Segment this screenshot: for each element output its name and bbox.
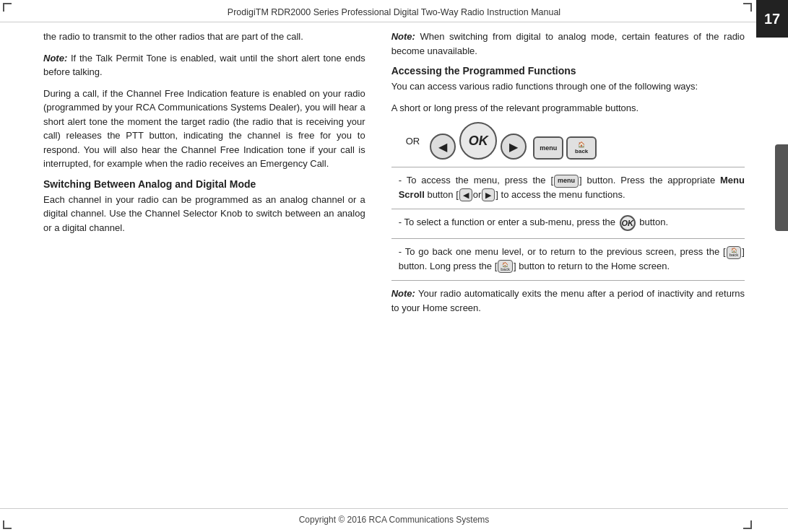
- corner-mark-bl: [3, 520, 12, 529]
- right-para4: You can access various radio functions t…: [391, 79, 745, 94]
- corner-mark-br: [743, 520, 752, 529]
- content-area: the radio to transmit to the other radio…: [0, 22, 788, 508]
- page-container: ProdigiTM RDR2000 Series Professional Di…: [0, 0, 788, 532]
- left-note1-text: If the Talk Permit Tone is enabled, wait…: [43, 53, 365, 78]
- right-tab: [775, 144, 788, 231]
- menu-inline-btn: menu: [554, 175, 579, 188]
- or-label: OR: [406, 136, 420, 147]
- ok-btn[interactable]: OK: [459, 122, 497, 160]
- header: ProdigiTM RDR2000 Series Professional Di…: [0, 0, 788, 22]
- left-para2-text: During a call, if the Channel Free Indic…: [43, 88, 365, 170]
- bullet2: - To select a function or enter a sub-me…: [399, 215, 745, 231]
- footer-text: Copyright © 2016 RCA Communications Syst…: [299, 515, 490, 525]
- left-para1-text: the radio to transmit to the other radio…: [43, 31, 303, 42]
- left-arrow-btn[interactable]: ◀: [430, 134, 456, 160]
- divider1: [391, 167, 745, 167]
- header-title: ProdigiTM RDR2000 Series Professional Di…: [228, 7, 560, 17]
- right-heading2: Accessing the Programmed Functions: [391, 65, 745, 77]
- right-note3-label: Note:: [391, 288, 415, 299]
- right-note3: Note: Your radio automatically exits the…: [391, 287, 745, 315]
- footer: Copyright © 2016 RCA Communications Syst…: [0, 508, 788, 532]
- left-note1-label: Note:: [43, 53, 67, 64]
- left-para3-text: Each channel in your radio can be progra…: [43, 194, 365, 233]
- bullet3: - To go back one menu level, or to retur…: [399, 245, 745, 273]
- menu-btn[interactable]: menu: [533, 136, 563, 160]
- divider2: [391, 209, 745, 209]
- page-number: 17: [756, 0, 788, 38]
- divider3: [391, 238, 745, 239]
- back-inline-btn2: 🏠back: [498, 260, 513, 273]
- menu-btn-group: menu: [533, 136, 563, 160]
- divider4: [391, 280, 745, 281]
- left-note1: Note: If the Talk Permit Tone is enabled…: [43, 51, 365, 79]
- left-para1: the radio to transmit to the other radio…: [43, 30, 365, 44]
- right-note2: Note: When switching from digital to ana…: [391, 30, 745, 58]
- right-column: Note: When switching from digital to ana…: [378, 30, 788, 508]
- right-note2-text: When switching from digital to analog mo…: [391, 31, 745, 56]
- ok-inline-btn: OK: [620, 215, 636, 231]
- right-note3-text: Your radio automatically exits the menu …: [391, 288, 745, 313]
- button-group-diagram: ◀ OK ▶ menu 🏠: [430, 122, 597, 160]
- right-para5: A short or long press of the relevant pr…: [391, 101, 745, 115]
- back-btn-group: 🏠 back: [566, 136, 597, 160]
- left-arrow-inline: ◀: [459, 188, 472, 201]
- right-arrow-btn[interactable]: ▶: [501, 134, 527, 160]
- left-para3: Each channel in your radio can be progra…: [43, 193, 365, 235]
- buttons-diagram: OR ◀ OK ▶ menu: [391, 122, 745, 160]
- left-column: the radio to transmit to the other radio…: [0, 30, 378, 508]
- left-para2: During a call, if the Channel Free Indic…: [43, 87, 365, 171]
- right-arrow-inline: ▶: [482, 188, 495, 201]
- right-note2-label: Note:: [391, 31, 415, 42]
- left-heading1: Switching Between Analog and Digital Mod…: [43, 178, 365, 190]
- bullet1: - To access the menu, press the [menu] b…: [399, 173, 745, 201]
- back-inline-btn1: 🏠back: [727, 246, 742, 259]
- back-btn[interactable]: 🏠 back: [566, 136, 597, 160]
